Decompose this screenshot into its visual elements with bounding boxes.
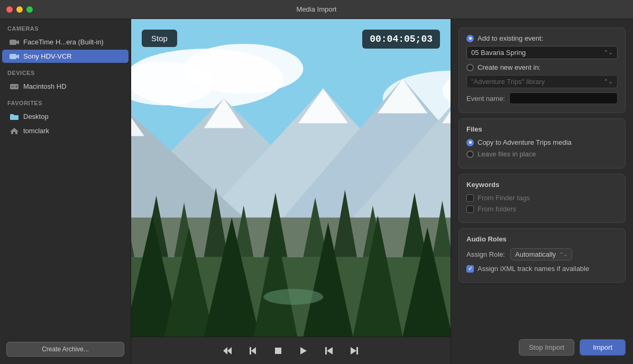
- library-dropdown: "Adventure Trips" library ⌃⌄: [466, 75, 618, 88]
- add-existing-radio[interactable]: [466, 35, 474, 42]
- svg-marker-63: [327, 347, 333, 354]
- close-button[interactable]: [6, 6, 13, 13]
- stop-import-button[interactable]: Stop Import: [519, 339, 574, 356]
- sidebar-item-tomclark[interactable]: tomclark: [2, 124, 129, 137]
- minimize-button[interactable]: [16, 6, 23, 13]
- add-existing-label: Add to existing event:: [478, 34, 543, 42]
- svg-rect-59: [250, 347, 251, 354]
- titlebar: Media Import: [0, 0, 633, 19]
- event-name-input[interactable]: [509, 92, 618, 104]
- svg-rect-2: [10, 54, 16, 59]
- event-section: Add to existing event: 05 Bavaria Spring…: [458, 27, 626, 113]
- copy-files-radio[interactable]: [466, 139, 474, 146]
- ixml-checkbox[interactable]: [466, 265, 474, 273]
- svg-marker-3: [16, 54, 19, 59]
- leave-files-radio[interactable]: [466, 151, 474, 158]
- existing-event-dropdown[interactable]: 05 Bavaria Spring ⌃⌄: [466, 46, 618, 59]
- sidebar-item-sony-hdv[interactable]: Sony HDV-VCR: [2, 50, 129, 63]
- from-folders-row: From folders: [466, 205, 618, 213]
- window-title: Media Import: [297, 5, 337, 13]
- svg-marker-7: [10, 128, 19, 134]
- finder-tags-row: From Finder tags: [466, 194, 618, 202]
- copy-files-label: Copy to Adventure Trips media: [478, 138, 572, 146]
- svg-point-5: [15, 86, 17, 88]
- play-button[interactable]: [296, 343, 311, 358]
- sidebar-item-desktop[interactable]: Desktop: [2, 110, 129, 123]
- svg-point-55: [263, 289, 323, 305]
- svg-rect-6: [11, 86, 14, 87]
- right-panel: Add to existing event: 05 Bavaria Spring…: [451, 19, 633, 364]
- sidebar-item-macintosh-hd[interactable]: Macintosh HD: [2, 80, 129, 93]
- svg-rect-60: [275, 348, 281, 354]
- copy-files-row: Copy to Adventure Trips media: [466, 138, 618, 146]
- leave-files-label: Leave files in place: [478, 150, 536, 158]
- folder-icon: [10, 113, 19, 120]
- files-section: Files Copy to Adventure Trips media Leav…: [458, 118, 626, 169]
- svg-marker-1: [16, 40, 19, 44]
- svg-marker-56: [227, 347, 232, 354]
- video-controls: [131, 337, 451, 364]
- role-dropdown-arrow-icon: ⌃⌄: [559, 251, 567, 257]
- sidebar: CAMERAS FaceTime H...era (Built-in) Sony…: [0, 19, 131, 364]
- camera-icon: [10, 39, 19, 46]
- create-archive-button[interactable]: Create Archive...: [6, 342, 124, 357]
- library-dropdown-arrow-icon: ⌃⌄: [603, 78, 613, 85]
- svg-marker-58: [251, 347, 256, 354]
- favorites-section-label: FAVORITES: [0, 94, 131, 109]
- sidebar-item-label: FaceTime H...era (Built-in): [23, 38, 104, 46]
- files-title: Files: [466, 125, 618, 133]
- sidebar-item-label: Macintosh HD: [23, 82, 67, 90]
- video-preview: Stop 00:04:05;03: [131, 19, 451, 337]
- from-folders-checkbox[interactable]: [466, 206, 474, 213]
- import-button[interactable]: Import: [580, 339, 626, 356]
- event-name-label: Event name:: [466, 95, 505, 102]
- keywords-title: Keywords: [466, 181, 618, 189]
- create-new-radio[interactable]: [466, 64, 474, 71]
- assign-role-dropdown[interactable]: Automatically ⌃⌄: [510, 248, 572, 260]
- finder-tags-checkbox[interactable]: [466, 194, 474, 202]
- maximize-button[interactable]: [26, 6, 33, 13]
- existing-event-value: 05 Bavaria Spring: [471, 49, 526, 57]
- ixml-label: Assign iXML track names if available: [478, 265, 589, 273]
- go-to-start-button[interactable]: [322, 343, 336, 358]
- sidebar-item-label: Desktop: [23, 113, 49, 120]
- svg-rect-62: [325, 347, 327, 354]
- video-area: Stop 00:04:05;03: [131, 19, 451, 364]
- rewind-button[interactable]: [220, 343, 235, 358]
- bottom-buttons: Stop Import Import: [458, 334, 626, 356]
- leave-files-row: Leave files in place: [466, 150, 618, 158]
- camera-icon-active: [10, 53, 19, 60]
- go-to-end-button[interactable]: [347, 343, 362, 358]
- sidebar-item-label: Sony HDV-VCR: [23, 52, 72, 60]
- stop-button-overlay[interactable]: Stop: [142, 30, 177, 47]
- traffic-lights: [6, 6, 33, 13]
- audio-roles-section: Audio Roles Assign Role: Automatically ⌃…: [458, 228, 626, 283]
- assign-role-label: Assign Role:: [466, 250, 505, 258]
- dropdown-arrow-icon: ⌃⌄: [603, 49, 613, 56]
- sidebar-item-facetime[interactable]: FaceTime H...era (Built-in): [2, 35, 129, 49]
- keywords-section: Keywords From Finder tags From folders: [458, 174, 626, 223]
- finder-tags-label: From Finder tags: [478, 194, 530, 202]
- audio-roles-title: Audio Roles: [466, 235, 618, 243]
- cameras-section-label: CAMERAS: [0, 19, 131, 35]
- sidebar-bottom: Create Archive...: [0, 337, 131, 364]
- create-new-label: Create new event in:: [478, 63, 540, 71]
- stop-button[interactable]: [271, 343, 286, 358]
- step-back-button[interactable]: [245, 343, 260, 358]
- svg-rect-64: [356, 347, 358, 354]
- from-folders-label: From folders: [478, 205, 516, 213]
- event-name-row: Event name:: [466, 92, 618, 104]
- devices-section-label: DEVICES: [0, 63, 131, 79]
- create-new-event-row: Create new event in:: [466, 63, 618, 71]
- home-icon: [10, 127, 19, 135]
- svg-marker-61: [300, 347, 307, 354]
- svg-rect-0: [10, 40, 16, 45]
- library-placeholder: "Adventure Trips" library: [471, 78, 545, 86]
- add-existing-event-row: Add to existing event:: [466, 34, 618, 42]
- sidebar-item-label: tomclark: [23, 127, 49, 135]
- svg-marker-57: [223, 347, 227, 354]
- role-value: Automatically: [515, 250, 556, 258]
- timecode-display: 00:04:05;03: [362, 30, 440, 49]
- hdd-icon: [10, 83, 19, 90]
- main-layout: CAMERAS FaceTime H...era (Built-in) Sony…: [0, 19, 633, 364]
